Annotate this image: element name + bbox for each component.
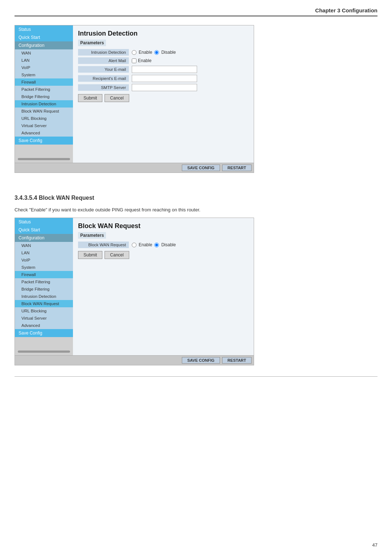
sidebar-item-voip-1[interactable]: VoIP (15, 64, 73, 71)
block-wan-disable-label: Disable (161, 242, 176, 247)
restart-button-1[interactable]: RESTART (222, 165, 252, 171)
sidebar-item-advanced-1[interactable]: Advanced (15, 129, 73, 137)
intrusion-disable-radio[interactable] (154, 50, 159, 55)
sidebar-item-block-wan-2[interactable]: Block WAN Request (15, 300, 73, 307)
intrusion-disable-label: Disable (161, 50, 176, 55)
btn-row-2: Submit Cancel (78, 251, 249, 259)
param-row-recipient-email: Recipient's E-mail (78, 75, 249, 82)
smtp-input[interactable] (132, 84, 197, 91)
bottom-bar-1: SAVE CONFIG RESTART (15, 163, 254, 173)
alert-mail-checkbox[interactable] (132, 58, 136, 63)
submit-button-2[interactable]: Submit (78, 251, 102, 259)
sidebar-item-lan-2[interactable]: LAN (15, 249, 73, 256)
sidebar-item-lan-1[interactable]: LAN (15, 57, 73, 64)
save-config-button-2[interactable]: SAVE CONFIG (182, 357, 220, 364)
block-wan-disable-radio[interactable] (154, 243, 159, 247)
params-label-1: Parameters (78, 40, 106, 46)
chapter-header: Chapter 3 Configuration (15, 7, 377, 16)
sidebar-scrollbar-2[interactable] (18, 351, 70, 353)
param-label-smtp: SMTP Server (78, 84, 129, 91)
cancel-button-1[interactable]: Cancel (105, 94, 129, 102)
sidebar-item-system-1[interactable]: System (15, 71, 73, 78)
params-label-2: Parameters (78, 232, 106, 239)
block-wan-frame: Status Quick Start Configuration WAN LAN… (15, 218, 254, 365)
sidebar-footer-2 (15, 348, 73, 355)
param-label-block-wan: Block WAN Request (78, 242, 129, 248)
sidebar-item-virtual-server-2[interactable]: Virtual Server (15, 315, 73, 322)
sidebar-item-firewall-2[interactable]: Firewall (15, 271, 73, 278)
block-wan-enable-radio[interactable] (132, 243, 136, 247)
page-number: 47 (372, 542, 377, 548)
sidebar-item-wan-1[interactable]: WAN (15, 49, 73, 57)
sidebar-item-system-2[interactable]: System (15, 264, 73, 271)
block-wan-enable-label: Enable (139, 242, 152, 247)
param-label-your-email: Your E-mail (78, 66, 129, 73)
block-wan-heading: 3.4.3.5.4 Block WAN Request (15, 195, 377, 201)
sidebar-item-quickstart-2[interactable]: Quick Start (15, 226, 73, 234)
sidebar-item-voip-2[interactable]: VoIP (15, 256, 73, 264)
your-email-input[interactable] (132, 66, 197, 73)
submit-button-1[interactable]: Submit (78, 94, 102, 102)
main-content-2: Block WAN Request Parameters Block WAN R… (73, 218, 254, 355)
smtp-value (132, 84, 197, 91)
intrusion-detection-frame: Status Quick Start Configuration WAN LAN… (15, 25, 254, 173)
sidebar-item-packet-filtering-2[interactable]: Packet Filtering (15, 278, 73, 285)
param-label-alert-mail: Alert Mail (78, 57, 129, 64)
save-config-button-1[interactable]: SAVE CONFIG (182, 165, 220, 171)
sidebar-item-url-blocking-1[interactable]: URL Blocking (15, 115, 73, 122)
alert-mail-label: Enable (138, 58, 151, 63)
sidebar-item-intrusion-detection-2[interactable]: Intrusion Detection (15, 293, 73, 300)
main-content-1: Intrusion Detection Parameters Intrusion… (73, 25, 254, 163)
btn-row-1: Submit Cancel (78, 94, 249, 102)
sidebar-item-firewall-1[interactable]: Firewall (15, 78, 73, 86)
param-row-your-email: Your E-mail (78, 66, 249, 73)
sidebar-item-block-wan-1[interactable]: Block WAN Request (15, 108, 73, 115)
cancel-button-2[interactable]: Cancel (105, 251, 129, 259)
sidebar-item-intrusion-detection-1[interactable]: Intrusion Detection (15, 100, 73, 108)
recipient-email-value (132, 75, 197, 82)
restart-button-2[interactable]: RESTART (222, 357, 252, 364)
intrusion-detection-title: Intrusion Detection (78, 30, 249, 37)
param-label-recipient-email: Recipient's E-mail (78, 75, 129, 82)
intrusion-enable-label: Enable (139, 50, 152, 55)
bottom-bar-2: SAVE CONFIG RESTART (15, 355, 254, 365)
sidebar-2: Status Quick Start Configuration WAN LAN… (15, 218, 73, 355)
recipient-email-input[interactable] (132, 75, 197, 82)
block-wan-radio-group: Enable Disable (132, 242, 176, 247)
sidebar-item-url-blocking-2[interactable]: URL Blocking (15, 307, 73, 315)
sidebar-item-save-config-1[interactable]: Save Config (15, 137, 73, 145)
intrusion-radio-group: Enable Disable (132, 50, 176, 55)
sidebar-item-save-config-2[interactable]: Save Config (15, 329, 73, 337)
sidebar-footer-1 (15, 155, 73, 163)
param-row-smtp: SMTP Server (78, 84, 249, 91)
param-row-alert-mail: Alert Mail Enable (78, 57, 249, 64)
param-row-intrusion: Intrusion Detection Enable Disable (78, 49, 249, 56)
sidebar-item-status-1[interactable]: Status (15, 25, 73, 33)
sidebar-1: Status Quick Start Configuration WAN LAN… (15, 25, 73, 163)
your-email-value (132, 66, 197, 73)
sidebar-item-configuration-2[interactable]: Configuration (15, 234, 73, 242)
sidebar-item-packet-filtering-1[interactable]: Packet Filtering (15, 86, 73, 93)
sidebar-item-virtual-server-1[interactable]: Virtual Server (15, 122, 73, 129)
param-row-block-wan: Block WAN Request Enable Disable (78, 242, 249, 248)
page-divider (15, 376, 377, 377)
param-label-intrusion: Intrusion Detection (78, 49, 129, 56)
alert-mail-checkbox-group: Enable (132, 58, 151, 63)
sidebar-scrollbar-1[interactable] (18, 158, 70, 160)
sidebar-item-bridge-filtering-2[interactable]: Bridge Filtering (15, 285, 73, 293)
sidebar-item-configuration-1[interactable]: Configuration (15, 41, 73, 49)
intrusion-enable-radio[interactable] (132, 50, 136, 55)
sidebar-item-wan-2[interactable]: WAN (15, 242, 73, 249)
block-wan-description: Check "Enable" if you want to exclude ou… (15, 207, 377, 212)
sidebar-item-status-2[interactable]: Status (15, 218, 73, 226)
sidebar-item-bridge-filtering-1[interactable]: Bridge Filtering (15, 93, 73, 100)
sidebar-item-quickstart-1[interactable]: Quick Start (15, 33, 73, 41)
sidebar-item-advanced-2[interactable]: Advanced (15, 322, 73, 329)
block-wan-title: Block WAN Request (78, 222, 249, 230)
